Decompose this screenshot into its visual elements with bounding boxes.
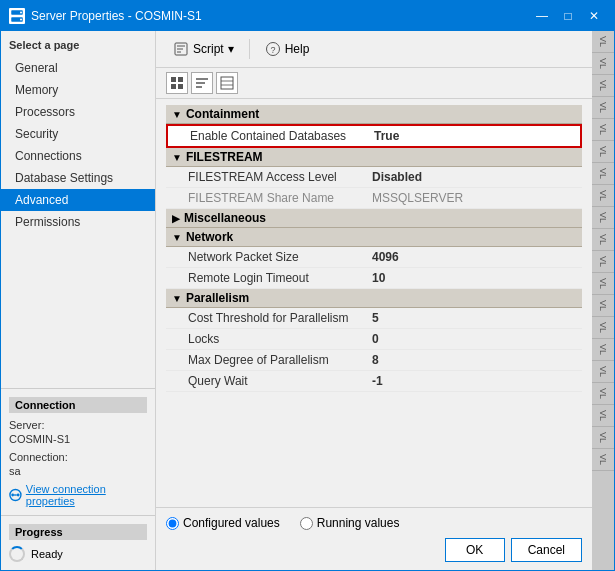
right-col-vl-4: VL bbox=[592, 97, 614, 119]
remote-login-timeout-name: Remote Login Timeout bbox=[166, 269, 366, 287]
remote-login-timeout-row: Remote Login Timeout 10 bbox=[166, 268, 582, 289]
cancel-button[interactable]: Cancel bbox=[511, 538, 582, 562]
properties-area: ▼ Containment Enable Contained Databases… bbox=[156, 99, 592, 507]
close-button[interactable]: ✕ bbox=[582, 6, 606, 26]
right-col-vl-6: VL bbox=[592, 141, 614, 163]
filestream-section-header[interactable]: ▼ FILESTREAM bbox=[166, 148, 582, 167]
ok-button[interactable]: OK bbox=[445, 538, 505, 562]
cost-threshold-value: 5 bbox=[366, 309, 582, 327]
query-wait-value: -1 bbox=[366, 372, 582, 390]
connection-value: sa bbox=[9, 465, 147, 477]
enable-contained-name: Enable Contained Databases bbox=[168, 127, 368, 145]
connection-section: Connection Server: COSMIN-S1 Connection:… bbox=[1, 388, 155, 515]
remote-login-timeout-value: 10 bbox=[366, 269, 582, 287]
running-values-option[interactable]: Running values bbox=[300, 516, 400, 530]
help-label: Help bbox=[285, 42, 310, 56]
maximize-button[interactable]: □ bbox=[556, 6, 580, 26]
enable-contained-row: Enable Contained Databases True bbox=[166, 124, 582, 148]
max-degree-value: 8 bbox=[366, 351, 582, 369]
max-degree-name: Max Degree of Parallelism bbox=[166, 351, 366, 369]
sidebar-item-permissions[interactable]: Permissions bbox=[1, 211, 155, 233]
sidebar-item-security[interactable]: Security bbox=[1, 123, 155, 145]
query-wait-name: Query Wait bbox=[166, 372, 366, 390]
cost-threshold-row: Cost Threshold for Parallelism 5 bbox=[166, 308, 582, 329]
script-label: Script bbox=[193, 42, 224, 56]
network-packet-size-value: 4096 bbox=[366, 248, 582, 266]
sidebar-item-database-settings[interactable]: Database Settings bbox=[1, 167, 155, 189]
right-col-vl-11: VL bbox=[592, 251, 614, 273]
right-col-vl-10: VL bbox=[592, 229, 614, 251]
network-section-header[interactable]: ▼ Network bbox=[166, 228, 582, 247]
running-values-label: Running values bbox=[317, 516, 400, 530]
svg-point-5 bbox=[11, 494, 14, 497]
miscellaneous-section-header[interactable]: ▶ Miscellaneous bbox=[166, 209, 582, 228]
blank-space bbox=[166, 392, 582, 472]
sort-button[interactable] bbox=[191, 72, 213, 94]
view-connection-properties-link[interactable]: View connection properties bbox=[9, 483, 147, 507]
help-button[interactable]: ? Help bbox=[258, 37, 317, 61]
script-button[interactable]: Script ▾ bbox=[166, 37, 241, 61]
progress-row: Ready bbox=[9, 546, 147, 562]
right-col-vl-17: VL bbox=[592, 383, 614, 405]
network-arrow: ▼ bbox=[172, 232, 182, 243]
configured-values-label: Configured values bbox=[183, 516, 280, 530]
right-col-vl-20: VL bbox=[592, 449, 614, 471]
right-col-vl-7: VL bbox=[592, 163, 614, 185]
filestream-label: FILESTREAM bbox=[186, 150, 263, 164]
filestream-access-name: FILESTREAM Access Level bbox=[166, 168, 366, 186]
server-properties-window: Server Properties - COSMIN-S1 — □ ✕ Sele… bbox=[0, 0, 615, 571]
sidebar-item-general[interactable]: General bbox=[1, 57, 155, 79]
svg-text:?: ? bbox=[270, 45, 275, 55]
right-col-vl-2: VL bbox=[592, 53, 614, 75]
enable-contained-value: True bbox=[368, 127, 580, 145]
help-icon: ? bbox=[265, 41, 281, 57]
title-bar-left: Server Properties - COSMIN-S1 bbox=[9, 8, 202, 24]
svg-point-3 bbox=[20, 19, 22, 21]
filestream-access-value: Disabled bbox=[366, 168, 582, 186]
window-title: Server Properties - COSMIN-S1 bbox=[31, 9, 202, 23]
filestream-access-row: FILESTREAM Access Level Disabled bbox=[166, 167, 582, 188]
filestream-share-name: FILESTREAM Share Name bbox=[166, 189, 366, 207]
right-col-vl-8: VL bbox=[592, 185, 614, 207]
configured-values-radio[interactable] bbox=[166, 517, 179, 530]
details-icon bbox=[220, 76, 234, 90]
right-col-vl-14: VL bbox=[592, 317, 614, 339]
right-col-vl-5: VL bbox=[592, 119, 614, 141]
svg-rect-14 bbox=[171, 77, 176, 82]
right-col-vl-19: VL bbox=[592, 427, 614, 449]
right-col-vl-15: VL bbox=[592, 339, 614, 361]
miscellaneous-arrow: ▶ bbox=[172, 213, 180, 224]
parallelism-arrow: ▼ bbox=[172, 293, 182, 304]
right-col-vl-16: VL bbox=[592, 361, 614, 383]
title-bar-controls: — □ ✕ bbox=[530, 6, 606, 26]
sort-icon bbox=[195, 76, 209, 90]
sidebar-item-connections[interactable]: Connections bbox=[1, 145, 155, 167]
parallelism-section-header[interactable]: ▼ Parallelism bbox=[166, 289, 582, 308]
progress-section: Progress Ready bbox=[1, 515, 155, 570]
buttons-row: OK Cancel bbox=[166, 538, 582, 562]
containment-section-header[interactable]: ▼ Containment bbox=[166, 105, 582, 124]
minimize-button[interactable]: — bbox=[530, 6, 554, 26]
connection-link-label: View connection properties bbox=[26, 483, 147, 507]
right-col-vl-12: VL bbox=[592, 273, 614, 295]
miscellaneous-label: Miscellaneous bbox=[184, 211, 266, 225]
locks-value: 0 bbox=[366, 330, 582, 348]
filestream-share-row: FILESTREAM Share Name MSSQLSERVER bbox=[166, 188, 582, 209]
cost-threshold-name: Cost Threshold for Parallelism bbox=[166, 309, 366, 327]
footer: Configured values Running values OK Canc… bbox=[156, 507, 592, 570]
right-column: VL VL VL VL VL VL VL VL VL VL VL VL VL V… bbox=[592, 31, 614, 570]
max-degree-row: Max Degree of Parallelism 8 bbox=[166, 350, 582, 371]
containment-label: Containment bbox=[186, 107, 259, 121]
sidebar-item-memory[interactable]: Memory bbox=[1, 79, 155, 101]
sidebar-nav: Select a page General Memory Processors … bbox=[1, 31, 155, 388]
category-view-button[interactable] bbox=[166, 72, 188, 94]
details-button[interactable] bbox=[216, 72, 238, 94]
svg-rect-17 bbox=[178, 84, 183, 89]
server-value: COSMIN-S1 bbox=[9, 433, 147, 445]
properties-icon-bar bbox=[156, 68, 592, 99]
sidebar-item-advanced[interactable]: Advanced bbox=[1, 189, 155, 211]
running-values-radio[interactable] bbox=[300, 517, 313, 530]
configured-values-option[interactable]: Configured values bbox=[166, 516, 280, 530]
spinner-icon bbox=[9, 546, 25, 562]
sidebar-item-processors[interactable]: Processors bbox=[1, 101, 155, 123]
